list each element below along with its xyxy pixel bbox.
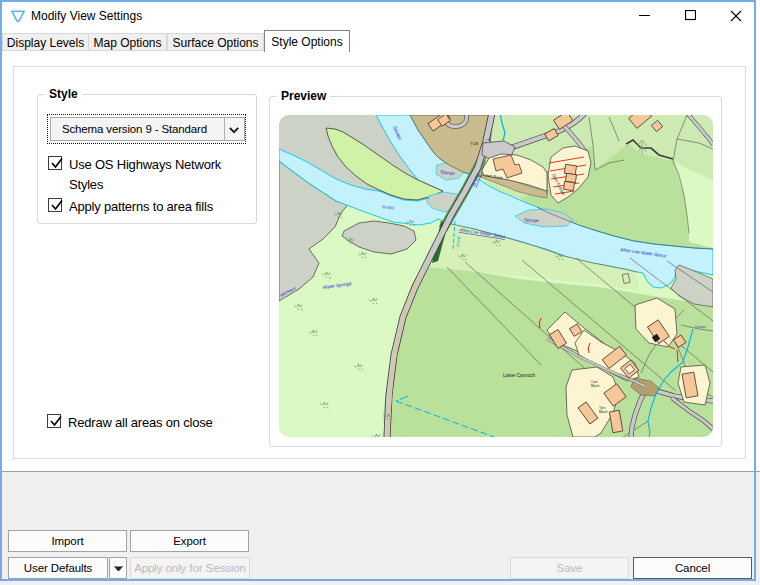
- svg-text:Issues: Issues: [695, 325, 706, 329]
- svg-text:TCB: TCB: [470, 141, 478, 146]
- svg-text:Mach: Mach: [591, 384, 599, 388]
- svg-text:Mach: Mach: [599, 410, 607, 414]
- svg-text:Lower Cannoch: Lower Cannoch: [503, 373, 536, 378]
